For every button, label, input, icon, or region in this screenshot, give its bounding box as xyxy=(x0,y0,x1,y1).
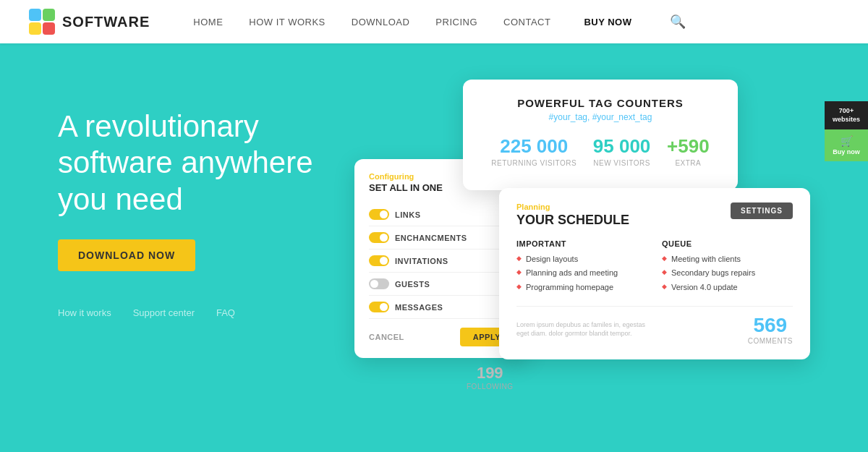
diamond-icon: ◆ xyxy=(662,268,667,277)
schedule-item: ◆ Design layouts xyxy=(516,254,647,264)
schedule-item-label: Programming homepage xyxy=(526,282,613,292)
schedule-item-label: Design layouts xyxy=(526,254,578,264)
nav-pricing[interactable]: PRICING xyxy=(435,17,477,27)
sub-link-how-it-works[interactable]: How it works xyxy=(58,307,111,318)
logo[interactable]: SOFTWARE xyxy=(29,9,150,35)
schedule-item: ◆ Secondary bugs repairs xyxy=(662,268,793,278)
toggle-invitations: INVITATIONS xyxy=(369,250,514,273)
nav-home[interactable]: HOME xyxy=(193,17,223,27)
toggle-invitations-switch[interactable] xyxy=(369,255,389,266)
schedule-item-label: Secondary bugs repairs xyxy=(671,268,755,278)
new-visitors-label: NEW VISITORS xyxy=(593,159,651,167)
tag-stats: 225 000 RETURNING VISITORS 95 000 NEW VI… xyxy=(483,135,718,167)
side-badge-buy-label: Buy now xyxy=(833,148,860,155)
side-badge: 700+ websites 🛒 Buy now xyxy=(825,101,868,161)
settings-button[interactable]: SETTINGS xyxy=(731,202,793,219)
new-visitors-num: 95 000 xyxy=(593,135,651,158)
sub-link-faq[interactable]: FAQ xyxy=(216,307,235,318)
schedule-item-label: Version 4.0 update xyxy=(671,282,738,292)
schedule-columns: IMPORTANT ◆ Design layouts ◆ Planning ad… xyxy=(516,239,793,296)
toggle-invitations-label: INVITATIONS xyxy=(395,257,448,265)
diamond-icon: ◆ xyxy=(662,283,667,291)
tag-counters-title: POWERFUL TAG COUNTERS xyxy=(483,97,718,109)
schedule-item: ◆ Version 4.0 update xyxy=(662,282,793,292)
schedule-item-label: Planning ads and meeting xyxy=(526,268,618,278)
side-badge-buy[interactable]: 🛒 Buy now xyxy=(825,129,868,161)
schedule-item-label: Meeting with clients xyxy=(671,254,741,264)
navbar: SOFTWARE HOME HOW IT WORKS DOWNLOAD PRIC… xyxy=(0,0,868,43)
logo-sq-red xyxy=(43,22,55,35)
logo-sq-green xyxy=(43,9,55,21)
hero-title: A revolutionary software anywhere you ne… xyxy=(58,108,362,218)
schedule-title: YOUR SCHEDULE xyxy=(516,213,629,228)
tag-stat-returning: 225 000 RETURNING VISITORS xyxy=(491,135,576,167)
queue-col-title: QUEUE xyxy=(662,239,793,248)
side-badge-top: 700+ websites xyxy=(825,101,868,129)
cancel-button[interactable]: CANCEL xyxy=(369,333,404,341)
extra-num: +590 xyxy=(667,135,710,158)
schedule-count: 569 COMMENTS xyxy=(748,314,793,345)
diamond-icon: ◆ xyxy=(516,255,522,263)
schedule-lorem: Lorem ipsum depubus ac familes in, egest… xyxy=(516,320,647,338)
diamond-icon: ◆ xyxy=(516,283,522,291)
logo-sq-blue xyxy=(29,9,41,21)
returning-visitors-label: RETURNING VISITORS xyxy=(491,159,576,167)
cards-container: POWERFUL TAG COUNTERS #your_tag, #your_n… xyxy=(354,80,846,434)
logo-text: SOFTWARE xyxy=(62,14,150,30)
hero-section: A revolutionary software anywhere you ne… xyxy=(0,43,868,452)
cart-icon: 🛒 xyxy=(841,135,853,147)
schedule-badge: Planning xyxy=(516,202,629,211)
tag-counters-subtitle: #your_tag, #your_next_tag xyxy=(483,112,718,122)
hero-text-block: A revolutionary software anywhere you ne… xyxy=(58,108,362,318)
schedule-item: ◆ Meeting with clients xyxy=(662,254,793,264)
card-schedule: Planning YOUR SCHEDULE SETTINGS IMPORTAN… xyxy=(499,188,810,359)
toggle-messages-switch[interactable] xyxy=(369,302,389,312)
toggle-messages-label: MESSAGES xyxy=(395,303,443,312)
extra-label: EXTRA xyxy=(667,159,710,167)
important-col-title: IMPORTANT xyxy=(516,239,647,248)
nav-contact[interactable]: CONTACT xyxy=(503,17,550,27)
toggle-links-label: LINKS xyxy=(395,210,421,219)
toggle-links: LINKS xyxy=(369,203,514,226)
diamond-icon: ◆ xyxy=(516,268,522,277)
schedule-item: ◆ Planning ads and meeting xyxy=(516,268,647,278)
download-now-button[interactable]: DOWNLOAD NOW xyxy=(58,239,195,271)
tag-stat-new: 95 000 NEW VISITORS xyxy=(593,135,651,167)
sub-link-support[interactable]: Support center xyxy=(133,307,195,318)
toggle-guests: GUESTS xyxy=(369,273,514,296)
schedule-footer: Lorem ipsum depubus ac familes in, egest… xyxy=(516,306,793,345)
toggle-guests-switch[interactable] xyxy=(369,278,389,289)
schedule-col-important: IMPORTANT ◆ Design layouts ◆ Planning ad… xyxy=(516,239,647,296)
nav-download[interactable]: DOWNLOAD xyxy=(352,17,410,27)
card-tag-counters: POWERFUL TAG COUNTERS #your_tag, #your_n… xyxy=(463,80,738,190)
toggle-enchancments-switch[interactable] xyxy=(369,232,389,243)
logo-sq-yellow xyxy=(29,22,41,35)
schedule-item: ◆ Programming homepage xyxy=(516,282,647,292)
schedule-col-queue: QUEUE ◆ Meeting with clients ◆ Secondary… xyxy=(662,239,793,296)
logo-icon xyxy=(29,9,55,35)
tag-stat-extra: +590 EXTRA xyxy=(667,135,710,167)
nav-buy-now[interactable]: BUY NOW xyxy=(584,17,631,27)
following-num: 199 xyxy=(467,364,514,383)
schedule-top: Planning YOUR SCHEDULE SETTINGS xyxy=(516,202,793,228)
toggle-enchancments-label: ENCHANCMENTS xyxy=(395,234,467,242)
hero-sub-links: How it works Support center FAQ xyxy=(58,307,362,318)
toggle-messages: MESSAGES ⌄ xyxy=(369,296,514,319)
toggle-guests-label: GUESTS xyxy=(395,280,430,289)
schedule-title-block: Planning YOUR SCHEDULE xyxy=(516,202,629,228)
nav-links: HOME HOW IT WORKS DOWNLOAD PRICING CONTA… xyxy=(193,14,839,30)
toggle-enchancments: ENCHANCMENTS ⌄ xyxy=(369,226,514,250)
nav-how-it-works[interactable]: HOW IT WORKS xyxy=(249,17,325,27)
comments-count-label: COMMENTS xyxy=(748,337,793,345)
following-block: 199 FOLLOWING xyxy=(467,364,514,391)
toggle-links-switch[interactable] xyxy=(369,209,389,220)
following-label: FOLLOWING xyxy=(467,383,514,391)
search-icon[interactable]: 🔍 xyxy=(670,14,686,30)
returning-visitors-num: 225 000 xyxy=(491,135,576,158)
comments-count-num: 569 xyxy=(748,314,793,337)
config-buttons: CANCEL APPLY xyxy=(369,328,514,346)
diamond-icon: ◆ xyxy=(662,255,667,263)
